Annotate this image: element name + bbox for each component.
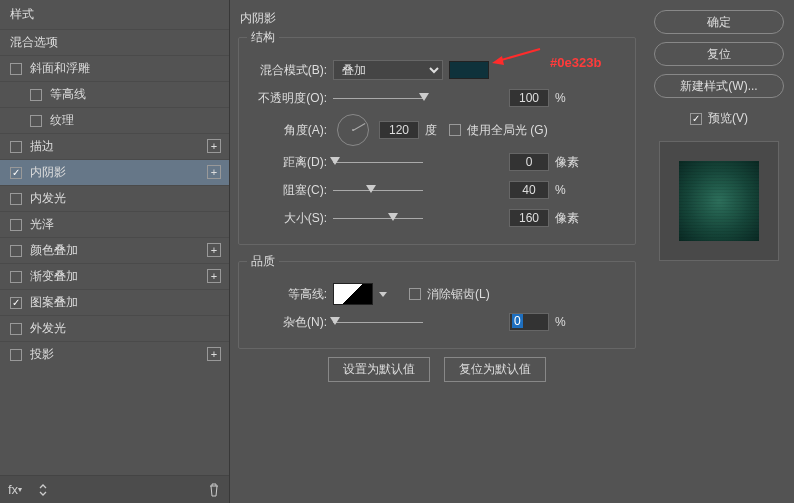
- style-label: 等高线: [50, 86, 219, 103]
- quality-legend: 品质: [247, 253, 279, 270]
- noise-slider[interactable]: [333, 314, 503, 330]
- cancel-button[interactable]: 复位: [654, 42, 784, 66]
- style-item-1[interactable]: 等高线: [0, 81, 229, 107]
- style-checkbox[interactable]: [10, 219, 22, 231]
- blend-mode-select[interactable]: 叠加: [333, 60, 443, 80]
- style-checkbox[interactable]: [10, 167, 22, 179]
- style-item-7[interactable]: 颜色叠加+: [0, 237, 229, 263]
- style-checkbox[interactable]: [30, 115, 42, 127]
- style-item-11[interactable]: 投影+: [0, 341, 229, 367]
- blending-options-row[interactable]: 混合选项: [0, 29, 229, 55]
- angle-dial[interactable]: [337, 114, 369, 146]
- noise-label: 杂色(N):: [247, 314, 327, 331]
- choke-unit: %: [555, 183, 585, 197]
- structure-group: 结构 混合模式(B): 叠加 不透明度(O): %: [238, 29, 636, 245]
- size-input[interactable]: [509, 209, 549, 227]
- add-effect-icon[interactable]: +: [207, 165, 221, 179]
- size-unit: 像素: [555, 210, 585, 227]
- sidebar-footer: fx▾: [0, 475, 229, 503]
- noise-input[interactable]: 0: [509, 313, 549, 331]
- size-slider[interactable]: [333, 210, 503, 226]
- up-down-icon[interactable]: [34, 481, 52, 499]
- opacity-slider[interactable]: [333, 90, 503, 106]
- new-style-button[interactable]: 新建样式(W)...: [654, 74, 784, 98]
- style-checkbox[interactable]: [10, 271, 22, 283]
- opacity-unit: %: [555, 91, 585, 105]
- color-swatch[interactable]: [449, 61, 489, 79]
- reset-default-button[interactable]: 复位为默认值: [444, 357, 546, 382]
- style-checkbox[interactable]: [10, 297, 22, 309]
- add-effect-icon[interactable]: +: [207, 347, 221, 361]
- style-label: 内阴影: [30, 164, 219, 181]
- style-label: 描边: [30, 138, 219, 155]
- styles-sidebar: 样式 混合选项 斜面和浮雕等高线纹理描边+内阴影+内发光光泽颜色叠加+渐变叠加+…: [0, 0, 230, 503]
- antialias-checkbox[interactable]: [409, 288, 421, 300]
- style-item-2[interactable]: 纹理: [0, 107, 229, 133]
- distance-label: 距离(D):: [247, 154, 327, 171]
- distance-input[interactable]: [509, 153, 549, 171]
- opacity-label: 不透明度(O):: [247, 90, 327, 107]
- add-effect-icon[interactable]: +: [207, 139, 221, 153]
- choke-input[interactable]: [509, 181, 549, 199]
- style-checkbox[interactable]: [10, 63, 22, 75]
- style-item-10[interactable]: 外发光: [0, 315, 229, 341]
- angle-input[interactable]: [379, 121, 419, 139]
- preview-label: 预览(V): [708, 110, 748, 127]
- set-default-button[interactable]: 设置为默认值: [328, 357, 430, 382]
- style-checkbox[interactable]: [10, 193, 22, 205]
- noise-unit: %: [555, 315, 585, 329]
- choke-slider[interactable]: [333, 182, 503, 198]
- angle-label: 角度(A):: [247, 122, 327, 139]
- global-light-checkbox[interactable]: [449, 124, 461, 136]
- contour-caret-icon[interactable]: [379, 292, 387, 297]
- style-label: 内发光: [30, 190, 219, 207]
- style-label: 光泽: [30, 216, 219, 233]
- add-effect-icon[interactable]: +: [207, 269, 221, 283]
- blend-mode-label: 混合模式(B):: [247, 62, 327, 79]
- style-item-3[interactable]: 描边+: [0, 133, 229, 159]
- structure-legend: 结构: [247, 29, 279, 46]
- style-item-6[interactable]: 光泽: [0, 211, 229, 237]
- choke-label: 阻塞(C):: [247, 182, 327, 199]
- antialias-label: 消除锯齿(L): [427, 286, 490, 303]
- style-label: 斜面和浮雕: [30, 60, 219, 77]
- global-light-label: 使用全局光 (G): [467, 122, 548, 139]
- right-panel: 确定 复位 新建样式(W)... 预览(V): [644, 0, 794, 503]
- style-label: 图案叠加: [30, 294, 219, 311]
- style-checkbox[interactable]: [10, 323, 22, 335]
- distance-slider[interactable]: [333, 154, 503, 170]
- angle-unit: 度: [425, 122, 443, 139]
- style-label: 投影: [30, 346, 219, 363]
- style-item-5[interactable]: 内发光: [0, 185, 229, 211]
- style-label: 外发光: [30, 320, 219, 337]
- preview-box: [659, 141, 779, 261]
- ok-button[interactable]: 确定: [654, 10, 784, 34]
- style-item-8[interactable]: 渐变叠加+: [0, 263, 229, 289]
- preview-thumbnail: [679, 161, 759, 241]
- fx-icon[interactable]: fx▾: [6, 481, 24, 499]
- style-label: 渐变叠加: [30, 268, 219, 285]
- style-label: 纹理: [50, 112, 219, 129]
- add-effect-icon[interactable]: +: [207, 243, 221, 257]
- panel-title: 内阴影: [238, 10, 636, 27]
- style-checkbox[interactable]: [30, 89, 42, 101]
- opacity-input[interactable]: [509, 89, 549, 107]
- distance-unit: 像素: [555, 154, 585, 171]
- style-item-4[interactable]: 内阴影+: [0, 159, 229, 185]
- main-panel: 内阴影 结构 混合模式(B): 叠加 不透明度(O): %: [230, 0, 644, 503]
- preview-checkbox[interactable]: [690, 113, 702, 125]
- contour-label: 等高线:: [247, 286, 327, 303]
- quality-group: 品质 等高线: 消除锯齿(L) 杂色(N): 0 %: [238, 253, 636, 349]
- sidebar-header: 样式: [0, 0, 229, 29]
- style-checkbox[interactable]: [10, 349, 22, 361]
- trash-icon[interactable]: [205, 481, 223, 499]
- style-item-9[interactable]: 图案叠加: [0, 289, 229, 315]
- size-label: 大小(S):: [247, 210, 327, 227]
- style-checkbox[interactable]: [10, 141, 22, 153]
- style-checkbox[interactable]: [10, 245, 22, 257]
- blending-options-label: 混合选项: [10, 34, 219, 51]
- style-label: 颜色叠加: [30, 242, 219, 259]
- contour-picker[interactable]: [333, 283, 373, 305]
- style-item-0[interactable]: 斜面和浮雕: [0, 55, 229, 81]
